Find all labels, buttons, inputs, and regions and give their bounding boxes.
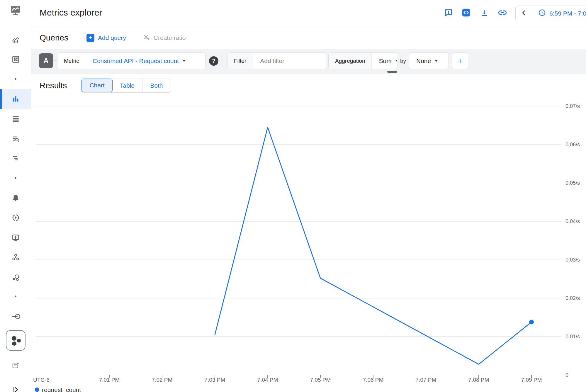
alerting-bell-icon: [12, 194, 20, 203]
sidebar-item-log-search[interactable]: [0, 135, 31, 144]
x-axis-tick-label: 7:08 PM: [468, 377, 489, 383]
plus-icon: +: [86, 34, 94, 42]
sidebar-item-alerting-list[interactable]: [0, 115, 31, 124]
query-letter-chip[interactable]: A: [39, 53, 53, 68]
dot-separator: [0, 177, 31, 179]
sidebar-item-uptime-checks[interactable]: [0, 214, 31, 223]
chevron-left-icon: [520, 9, 527, 18]
sidebar-divider: [0, 328, 31, 328]
download-button[interactable]: [478, 7, 490, 19]
left-sidebar: [0, 0, 31, 392]
metric-help-button[interactable]: ?: [209, 56, 218, 66]
y-axis-tick-label: 0.04/s: [565, 218, 580, 224]
sidebar-item-monitoring-home[interactable]: [0, 5, 31, 17]
queries-bar: Queries + Add query Create ratio: [31, 26, 586, 49]
aggregation-dropdown[interactable]: Sum: [372, 57, 397, 65]
feedback-icon: [444, 8, 453, 18]
sidebar-item-metrics-explorer[interactable]: [0, 95, 31, 104]
query-builder: A Metric Consumed API - Request count ? …: [31, 49, 586, 74]
code-icon: [461, 8, 471, 18]
query-editor-button[interactable]: [460, 7, 472, 19]
gke-hexagons-icon: [10, 334, 22, 347]
x-axis-tick-label: 7:05 PM: [310, 377, 331, 383]
results-title: Results: [40, 81, 67, 90]
page-header: Metrics explorer: [31, 0, 586, 26]
metric-value: Consumed API - Request count: [93, 57, 179, 65]
rows-list-icon: [12, 115, 20, 124]
results-bar: Results Chart Table Both: [31, 74, 586, 97]
chart-svg: 0.07/s0.06/s0.05/s0.04/s0.03/s0.02/s0.01…: [31, 97, 586, 392]
uptime-braces-icon: [12, 214, 20, 223]
time-back-button[interactable]: [516, 6, 532, 21]
x-axis-tick-label: 7:04 PM: [257, 377, 278, 383]
filter-input[interactable]: Add filter: [253, 57, 291, 65]
aggregation-pill: Aggregation Sum: [328, 52, 397, 69]
group-by-dropdown[interactable]: None: [409, 57, 445, 65]
services-bubbles-icon: [12, 274, 20, 283]
dashboards-grid-icon: [12, 55, 20, 65]
metric-pill: Metric Consumed API - Request count: [57, 52, 205, 69]
legend-label: request_count: [42, 386, 81, 392]
x-axis-tick-label: 7:02 PM: [152, 377, 173, 383]
x-axis-tick-label: 7:06 PM: [363, 377, 384, 383]
time-range-button[interactable]: 6:59 PM - 7:0: [532, 9, 586, 18]
sidebar-item-release-notes[interactable]: [0, 362, 31, 371]
sidebar-expand-button[interactable]: [0, 386, 31, 392]
sidebar-item-dashboards[interactable]: [0, 55, 31, 65]
filter-label: Filter: [227, 53, 253, 69]
sidebar-item-gke[interactable]: [6, 330, 26, 351]
sidebar-item-services[interactable]: [0, 274, 31, 283]
sidebar-item-dashboards-monitor[interactable]: [0, 234, 31, 243]
dot-separator: [0, 78, 31, 80]
sidebar-item-instance-groups[interactable]: [0, 253, 31, 262]
y-axis-tick-label: 0.02/s: [565, 295, 580, 301]
ratio-merge-icon: [143, 33, 151, 42]
tab-table[interactable]: Table: [112, 79, 142, 92]
add-aggregation-button[interactable]: +: [452, 52, 468, 69]
share-link-button[interactable]: [497, 7, 508, 19]
results-view-toggle: Chart Table Both: [81, 79, 171, 93]
create-ratio-button[interactable]: Create ratio: [143, 33, 186, 42]
link-icon: [498, 8, 507, 18]
create-ratio-label: Create ratio: [154, 34, 186, 41]
timezone-label: UTC-6: [33, 377, 50, 383]
by-label: by: [397, 52, 409, 69]
sidebar-item-overview[interactable]: [0, 36, 31, 45]
queries-title: Queries: [40, 33, 68, 43]
y-axis-tick-label: 0: [565, 372, 568, 378]
sidebar-item-trace[interactable]: [0, 154, 31, 163]
tab-chart[interactable]: Chart: [81, 79, 112, 92]
sidebar-divider: [0, 379, 31, 379]
group-by-value: None: [416, 57, 431, 65]
tab-both[interactable]: Both: [142, 79, 171, 92]
sidebar-item-alerting[interactable]: [0, 194, 31, 203]
y-axis-tick-label: 0.03/s: [565, 257, 580, 263]
chip-connector: [53, 60, 57, 61]
time-range-control: 6:59 PM - 7:0: [515, 6, 586, 21]
metric-label: Metric: [57, 53, 86, 69]
metric-dropdown[interactable]: Consumed API - Request count: [86, 57, 193, 65]
page-title: Metrics explorer: [40, 8, 102, 18]
dropdown-caret-icon: [434, 60, 438, 62]
metrics-explorer-bars-icon: [12, 95, 20, 104]
x-axis-tick-label: 7:09 PM: [521, 377, 542, 383]
group-by-pill: None: [409, 52, 449, 69]
chart-area[interactable]: 0.07/s0.06/s0.05/s0.04/s0.03/s0.02/s0.01…: [31, 97, 586, 392]
main-content: Metrics explorer: [31, 0, 586, 392]
y-axis-tick-label: 0.07/s: [565, 103, 580, 109]
aggregation-value: Sum: [379, 57, 391, 65]
resize-drag-handle[interactable]: [387, 71, 397, 73]
clock-icon: [538, 9, 546, 18]
series-line-request_count[interactable]: [215, 127, 531, 364]
add-query-button[interactable]: + Add query: [86, 34, 126, 42]
y-axis-tick-label: 0.06/s: [565, 142, 580, 147]
series-end-point[interactable]: [529, 320, 534, 324]
aggregation-label: Aggregation: [329, 53, 372, 69]
feedback-button[interactable]: [443, 7, 454, 19]
add-query-label: Add query: [98, 34, 126, 41]
sidebar-item-integrations[interactable]: [0, 313, 31, 322]
x-axis-tick-label: 7:01 PM: [99, 377, 120, 383]
download-icon: [480, 8, 489, 18]
line-chart-icon: [12, 36, 20, 45]
filter-placeholder: Add filter: [260, 57, 284, 65]
